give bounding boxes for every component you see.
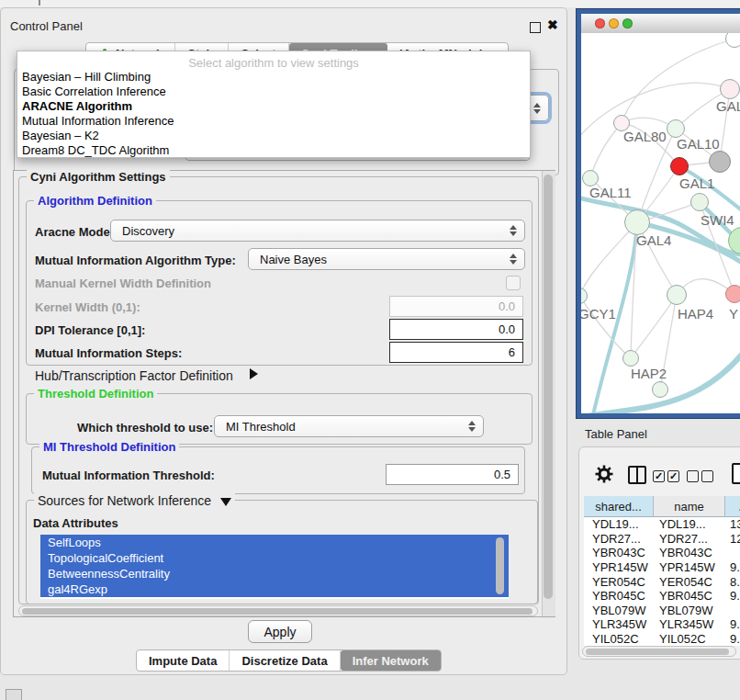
node-table: shared... name A YDL19...YDL19...13YDR27… xyxy=(584,496,740,646)
manual-kernel-checkbox[interactable] xyxy=(506,276,521,290)
network-node[interactable] xyxy=(624,209,650,235)
network-node[interactable] xyxy=(725,285,740,303)
combo-arrows-icon xyxy=(510,225,517,236)
network-node[interactable] xyxy=(622,350,639,367)
network-window-titlebar[interactable] xyxy=(581,14,740,34)
tab-label: Impute Data xyxy=(149,654,217,668)
gear-icon[interactable] xyxy=(595,465,613,487)
sources-title: Sources for Network Inference xyxy=(38,493,211,508)
table-header-row: shared... name A xyxy=(584,496,740,517)
settings-hscrollbar[interactable] xyxy=(18,605,538,616)
resize-grip[interactable] xyxy=(6,689,22,700)
table-row[interactable]: YBL079WYBL079W xyxy=(584,604,740,618)
mi-threshold-input[interactable]: 0.5 xyxy=(386,464,519,485)
network-node[interactable] xyxy=(667,285,687,305)
aracne-mode-combobox[interactable]: Discovery xyxy=(110,220,525,242)
dropdown-item[interactable]: Basic Correlation Inference xyxy=(17,85,530,99)
dpi-tolerance-label: DPI Tolerance [0,1]: xyxy=(35,323,145,337)
table-hscrollbar-thumb[interactable] xyxy=(586,649,729,655)
attribute-list-item[interactable]: BetweennessCentrality xyxy=(40,566,509,581)
close-icon[interactable]: ✖ xyxy=(547,17,558,32)
table-row[interactable]: YBR043CYBR043C xyxy=(584,546,740,560)
node-label: GAL80 xyxy=(623,129,667,144)
minimize-traffic-light[interactable] xyxy=(609,18,619,28)
column-header[interactable]: A xyxy=(725,496,740,517)
panel-title: Control Panel xyxy=(10,19,83,33)
page-icon[interactable] xyxy=(732,463,740,484)
tab-infer-network[interactable]: Infer Network xyxy=(341,650,441,671)
manual-kernel-label: Manual Kernel Width Definition xyxy=(35,277,211,290)
table-row[interactable]: YDL19...YDL19...13 xyxy=(584,517,740,532)
unchecked-checkbox-icon[interactable] xyxy=(687,470,699,482)
table-cell: YDR27... xyxy=(584,532,654,546)
tab-discretize-data[interactable]: Discretize Data xyxy=(230,650,340,671)
attribute-list-item[interactable]: SelfLoops xyxy=(40,535,509,550)
settings-hscrollbar-thumb[interactable] xyxy=(22,608,533,615)
table-row[interactable]: YBR045CYBR045C9. xyxy=(584,589,740,604)
data-attributes-label: Data Attributes xyxy=(33,516,118,530)
combo-value: Discovery xyxy=(122,224,174,238)
kernel-width-label: Kernel Width (0,1): xyxy=(35,300,140,314)
column-header[interactable]: shared... xyxy=(584,496,654,517)
attribute-list-item[interactable]: TopologicalCoefficient xyxy=(40,550,509,566)
expander-expanded-icon[interactable] xyxy=(220,498,231,506)
dropdown-item-selected[interactable]: ARACNE Algorithm xyxy=(17,99,530,114)
table-cell: YDL19... xyxy=(584,517,654,531)
group-title: Threshold Definition xyxy=(34,387,157,401)
network-node[interactable] xyxy=(670,157,689,175)
settings-vscrollbar-thumb[interactable] xyxy=(544,175,553,599)
node-label: HAP4 xyxy=(678,306,713,322)
table-row[interactable]: YLR345WYLR345W9. xyxy=(584,617,740,632)
checked-checkbox-icon[interactable]: ✓ xyxy=(667,470,679,482)
table-hscrollbar[interactable] xyxy=(582,646,736,657)
column-header[interactable]: name xyxy=(654,496,725,517)
close-traffic-light[interactable] xyxy=(595,18,605,28)
network-view-window: GALGAL80GAL10GAL1GAL11SWI4GAL4GCY1HAP4YH… xyxy=(577,9,740,418)
network-node[interactable] xyxy=(652,381,668,398)
dropdown-item[interactable]: Mutual Information Inference xyxy=(17,114,530,129)
network-canvas[interactable]: GALGAL80GAL10GAL1GAL11SWI4GAL4GCY1HAP4YH… xyxy=(581,33,740,413)
list-scrollbar-thumb[interactable] xyxy=(496,537,504,594)
network-node[interactable] xyxy=(709,151,731,173)
dropdown-item[interactable]: Bayesian – K2 xyxy=(17,129,530,143)
attribute-list-item[interactable]: gal4RGexp xyxy=(40,581,509,597)
table-row[interactable]: YIL052CYIL052C9. xyxy=(584,632,740,646)
group-title: Algorithm Definition xyxy=(34,194,156,208)
dropdown-item[interactable]: Bayesian – Hill Climbing xyxy=(17,70,530,85)
mi-type-combobox[interactable]: Naive Bayes xyxy=(248,248,525,270)
apply-button[interactable]: Apply xyxy=(248,620,312,643)
node-label: HAP2 xyxy=(631,366,667,381)
node-label: GCY1 xyxy=(581,306,616,322)
tab-impute-data[interactable]: Impute Data xyxy=(137,650,230,671)
table-cell: YDL19... xyxy=(654,517,725,531)
float-window-icon[interactable] xyxy=(530,22,541,33)
unchecked-checkbox-icon[interactable] xyxy=(701,470,713,482)
combo-value: Naive Bayes xyxy=(260,253,327,266)
table-row[interactable]: YER054CYER054C8. xyxy=(584,574,740,589)
dpi-tolerance-input[interactable]: 0.0 xyxy=(389,319,523,340)
dropdown-item[interactable]: Dream8 DC_TDC Algorithm xyxy=(17,143,530,158)
which-threshold-combobox[interactable]: MI Threshold xyxy=(214,415,484,437)
table-cell: 9. xyxy=(725,617,740,631)
split-columns-icon[interactable] xyxy=(628,466,646,484)
node-label: GAL11 xyxy=(589,185,632,200)
table-row[interactable]: YPR145WYPR145W9. xyxy=(584,560,740,575)
group-title: Cyni Algorithm Settings xyxy=(27,170,170,184)
kernel-width-input[interactable]: 0.0 xyxy=(389,296,523,317)
network-node[interactable] xyxy=(667,119,685,138)
mi-steps-label: Mutual Information Steps: xyxy=(35,346,182,360)
table-panel-title: Table Panel xyxy=(585,427,647,441)
table-cell: 9. xyxy=(725,589,740,603)
mi-type-label: Mutual Information Algorithm Type: xyxy=(35,254,236,267)
mi-steps-input[interactable]: 6 xyxy=(389,342,523,363)
data-attributes-list[interactable]: SelfLoopsTopologicalCoefficientBetweenne… xyxy=(40,535,509,599)
zoom-traffic-light[interactable] xyxy=(622,18,633,28)
tab-label: Infer Network xyxy=(353,654,429,668)
table-row[interactable]: YDR27...YDR27...12 xyxy=(584,532,740,547)
table-cell: YBR045C xyxy=(584,589,654,603)
expander-collapsed-icon[interactable] xyxy=(250,368,258,379)
table-cell: YLR345W xyxy=(584,617,654,631)
checked-checkbox-icon[interactable]: ✓ xyxy=(653,470,665,482)
network-node[interactable] xyxy=(690,193,709,211)
network-node[interactable] xyxy=(720,79,740,99)
